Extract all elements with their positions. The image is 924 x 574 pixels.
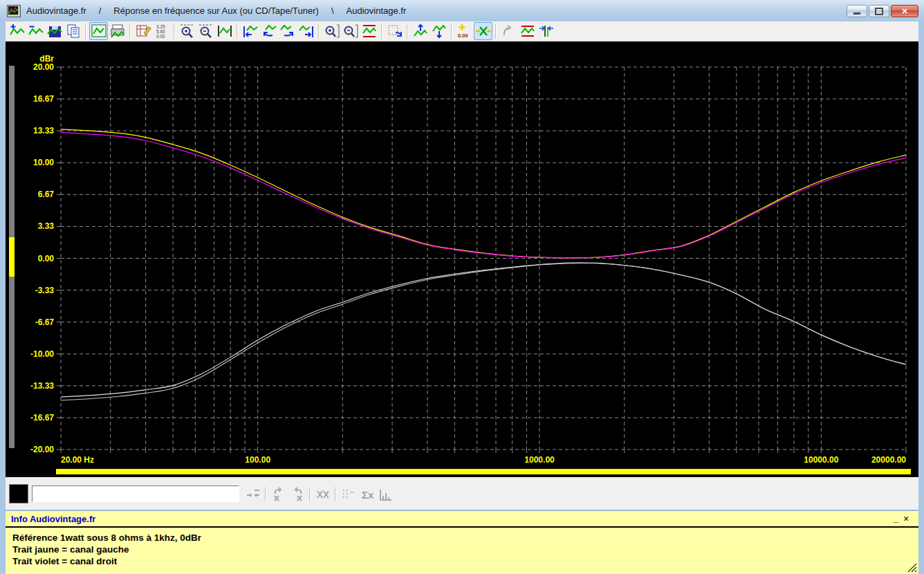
smooth-curve-button[interactable] bbox=[499, 22, 518, 40]
info-minimize-icon[interactable]: _ bbox=[894, 514, 903, 524]
merge-minus-button[interactable] bbox=[243, 485, 262, 503]
curve-0 bbox=[61, 129, 906, 258]
curve-2 bbox=[61, 263, 906, 397]
fit-x-button[interactable] bbox=[215, 22, 234, 40]
subtract-curve-button[interactable] bbox=[26, 22, 45, 40]
toolbar-separator bbox=[318, 24, 320, 39]
x-tick-label: 1000.00 bbox=[524, 455, 554, 465]
plot-canvas[interactable] bbox=[6, 41, 918, 477]
value-line-2: 5.60 bbox=[156, 29, 165, 34]
align-center-button[interactable] bbox=[474, 22, 492, 40]
horizontal-scrollbar-thumb[interactable] bbox=[56, 469, 911, 474]
limit-lines-button[interactable] bbox=[518, 22, 537, 40]
close-button[interactable]: ✕ bbox=[891, 5, 918, 17]
status-toolbar: Σx bbox=[6, 477, 918, 510]
title-right: Audiovintage.fr bbox=[346, 6, 407, 16]
toolbar-separator bbox=[85, 24, 86, 39]
display-graph-button[interactable] bbox=[89, 22, 108, 40]
zoom-y-in-button[interactable] bbox=[322, 22, 341, 40]
toolbar-separator bbox=[265, 487, 266, 501]
scroll-right-button[interactable] bbox=[278, 22, 297, 40]
window-title: Audiovintage.fr / Réponse en fréquence s… bbox=[26, 6, 406, 16]
toolbar-separator bbox=[495, 24, 497, 39]
info-line-violet: Trait violet = canal droit bbox=[12, 555, 918, 567]
value-line-3: 9.00 bbox=[156, 34, 165, 39]
redo-point-button[interactable] bbox=[288, 485, 306, 503]
sum-x-button[interactable]: Σx bbox=[358, 485, 376, 503]
sigma-label: Σx bbox=[362, 489, 374, 501]
fit-y-button[interactable] bbox=[360, 22, 378, 40]
statistics-button[interactable] bbox=[376, 485, 395, 503]
toolbar-separator bbox=[174, 24, 175, 39]
zoom-x-out-button[interactable] bbox=[196, 22, 215, 40]
info-line-reference: Référence 1watt sous 8 ohms à 1khz, 0dBr bbox=[12, 532, 918, 544]
print-graph-button[interactable] bbox=[108, 22, 127, 40]
offset-zero-button[interactable]: 0.00 bbox=[455, 22, 474, 40]
vertical-scrollbar-thumb[interactable] bbox=[9, 237, 15, 277]
minimize-button[interactable] bbox=[847, 5, 867, 17]
edit-values-button[interactable] bbox=[133, 22, 152, 40]
minimize-icon bbox=[853, 12, 860, 15]
info-panel-title: Info Audiovintage.fr bbox=[6, 514, 894, 524]
undo-point-button[interactable] bbox=[269, 485, 288, 503]
info-close-icon[interactable]: × bbox=[903, 513, 918, 524]
annotation-input[interactable] bbox=[32, 485, 239, 502]
curve-1 bbox=[61, 133, 906, 258]
scroll-left-button[interactable] bbox=[259, 22, 278, 40]
frequency-response-plot[interactable]: dBr 20.0016.6713.3310.006.673.330.00-3.3… bbox=[6, 41, 918, 477]
toolbar-separator bbox=[335, 487, 336, 501]
x-tick-label: 10000.00 bbox=[804, 455, 838, 465]
toolbar-separator bbox=[407, 24, 408, 39]
list-minus-button[interactable] bbox=[339, 485, 358, 503]
title-center: Réponse en fréquence sur Aux (ou CD/Tape… bbox=[113, 6, 319, 16]
delete-points-button[interactable] bbox=[313, 485, 332, 503]
toolbar-separator bbox=[237, 24, 238, 39]
title-separator-2: \ bbox=[331, 6, 334, 16]
main-toolbar: 3.255.609.00 0.00 bbox=[6, 21, 918, 41]
shift-curve-up-button[interactable] bbox=[411, 22, 429, 40]
title-left: Audiovintage.fr bbox=[26, 6, 86, 16]
curve-3 bbox=[61, 263, 906, 400]
scroll-last-button[interactable] bbox=[297, 22, 315, 40]
pan-mode-button[interactable] bbox=[385, 22, 404, 40]
restore-button[interactable] bbox=[869, 5, 889, 17]
value-table-button[interactable]: 3.255.609.00 bbox=[152, 22, 171, 40]
title-bar[interactable]: Audiovintage.fr / Réponse en fréquence s… bbox=[0, 0, 924, 21]
scroll-first-button[interactable] bbox=[241, 22, 259, 40]
toolbar-separator bbox=[309, 487, 311, 501]
x-tick-label: 20.00 Hz bbox=[61, 455, 94, 465]
zoom-x-in-button[interactable] bbox=[178, 22, 196, 40]
offset-zero-label: 0.00 bbox=[458, 33, 468, 39]
zoom-y-out-button[interactable] bbox=[341, 22, 360, 40]
x-tick-label: 20000.00 bbox=[871, 455, 906, 465]
cursor-measure-button[interactable] bbox=[537, 22, 555, 40]
close-icon: ✕ bbox=[901, 7, 907, 16]
info-panel: Info Audiovintage.fr _ × Référence 1watt… bbox=[6, 510, 918, 574]
title-separator-1: / bbox=[99, 6, 102, 16]
shift-curve-down-button[interactable] bbox=[429, 22, 448, 40]
resize-grip[interactable] bbox=[907, 563, 917, 573]
copy-graph-button[interactable] bbox=[64, 22, 82, 40]
toolbar-separator bbox=[451, 24, 452, 39]
app-icon bbox=[7, 5, 21, 17]
value-line-1: 3.25 bbox=[156, 24, 165, 29]
info-line-yellow: Trait jaune = canal gauche bbox=[12, 544, 918, 555]
restore-icon bbox=[875, 8, 883, 15]
toolbar-separator bbox=[381, 24, 382, 39]
toolbar-separator bbox=[129, 24, 131, 39]
vertical-scrollbar[interactable] bbox=[9, 66, 15, 448]
x-tick-label: 100.00 bbox=[245, 455, 270, 465]
save-graph-button[interactable] bbox=[45, 22, 64, 40]
color-swatch[interactable] bbox=[9, 484, 28, 503]
application-window: Audiovintage.fr / Réponse en fréquence s… bbox=[0, 0, 924, 574]
add-curve-button[interactable] bbox=[8, 22, 26, 40]
